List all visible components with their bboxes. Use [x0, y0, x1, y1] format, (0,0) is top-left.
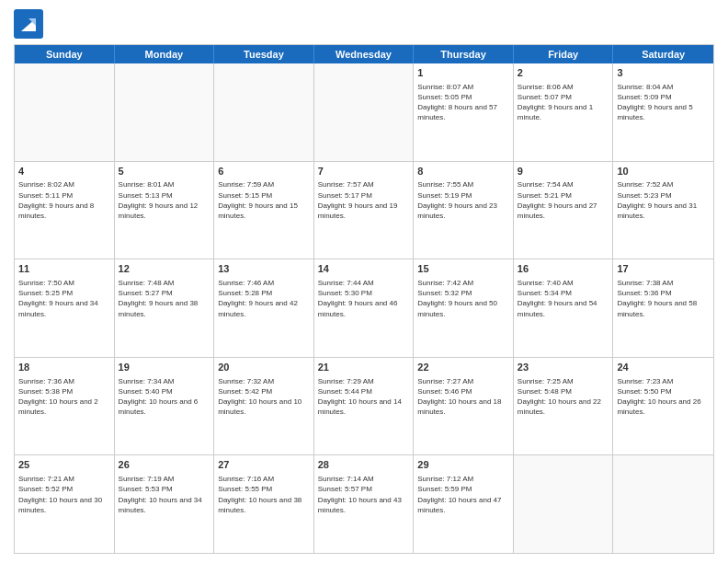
calendar: SundayMondayTuesdayWednesdayThursdayFrid… — [14, 44, 714, 554]
cell-info: Sunrise: 7:59 AM Sunset: 5:15 PM Dayligh… — [218, 179, 310, 221]
calendar-cell: 25Sunrise: 7:21 AM Sunset: 5:52 PM Dayli… — [15, 455, 115, 553]
calendar-body: 1Sunrise: 8:07 AM Sunset: 5:05 PM Daylig… — [15, 63, 713, 553]
calendar-cell: 15Sunrise: 7:42 AM Sunset: 5:32 PM Dayli… — [414, 259, 514, 357]
calendar-week-5: 25Sunrise: 7:21 AM Sunset: 5:52 PM Dayli… — [15, 455, 713, 553]
cell-day-number: 20 — [218, 361, 310, 374]
calendar-cell: 20Sunrise: 7:32 AM Sunset: 5:42 PM Dayli… — [214, 358, 314, 455]
calendar-cell: 27Sunrise: 7:16 AM Sunset: 5:55 PM Dayli… — [214, 455, 314, 553]
cell-info: Sunrise: 7:40 AM Sunset: 5:34 PM Dayligh… — [518, 278, 609, 319]
cell-day-number: 3 — [617, 66, 710, 80]
calendar-week-3: 11Sunrise: 7:50 AM Sunset: 5:25 PM Dayli… — [15, 259, 713, 358]
cell-day-number: 2 — [518, 66, 609, 80]
cell-day-number: 26 — [119, 458, 210, 472]
calendar-cell: 23Sunrise: 7:25 AM Sunset: 5:48 PM Dayli… — [514, 358, 614, 455]
calendar-cell: 21Sunrise: 7:29 AM Sunset: 5:44 PM Dayli… — [314, 358, 415, 455]
cell-info: Sunrise: 7:50 AM Sunset: 5:25 PM Dayligh… — [18, 278, 110, 319]
calendar-cell: 4Sunrise: 8:02 AM Sunset: 5:11 PM Daylig… — [15, 162, 115, 259]
weekday-header: Thursday — [414, 45, 514, 63]
logo — [14, 9, 45, 39]
calendar-week-2: 4Sunrise: 8:02 AM Sunset: 5:11 PM Daylig… — [15, 162, 713, 260]
calendar-cell: 7Sunrise: 7:57 AM Sunset: 5:17 PM Daylig… — [314, 162, 415, 259]
cell-day-number: 16 — [518, 262, 609, 276]
weekday-header: Friday — [514, 45, 614, 63]
logo-text — [14, 9, 45, 39]
cell-day-number: 11 — [18, 262, 110, 276]
cell-day-number: 9 — [518, 165, 609, 178]
cell-day-number: 8 — [417, 165, 509, 178]
calendar-cell: 11Sunrise: 7:50 AM Sunset: 5:25 PM Dayli… — [15, 259, 115, 357]
cell-day-number: 6 — [218, 165, 310, 178]
header — [14, 9, 714, 39]
cell-day-number: 5 — [119, 165, 210, 178]
cell-day-number: 14 — [318, 262, 410, 276]
calendar-cell: 24Sunrise: 7:23 AM Sunset: 5:50 PM Dayli… — [613, 358, 713, 455]
cell-info: Sunrise: 7:25 AM Sunset: 5:48 PM Dayligh… — [518, 376, 609, 418]
logo-icon — [14, 9, 43, 39]
cell-info: Sunrise: 8:04 AM Sunset: 5:09 PM Dayligh… — [617, 82, 710, 123]
cell-day-number: 17 — [617, 262, 710, 276]
cell-info: Sunrise: 8:01 AM Sunset: 5:13 PM Dayligh… — [119, 179, 210, 221]
calendar-cell: 28Sunrise: 7:14 AM Sunset: 5:57 PM Dayli… — [314, 455, 415, 553]
calendar-cell — [314, 63, 415, 161]
cell-info: Sunrise: 7:14 AM Sunset: 5:57 PM Dayligh… — [318, 474, 410, 515]
cell-day-number: 21 — [318, 361, 410, 374]
cell-info: Sunrise: 7:16 AM Sunset: 5:55 PM Dayligh… — [218, 474, 310, 515]
cell-day-number: 12 — [119, 262, 210, 276]
cell-day-number: 28 — [318, 458, 410, 472]
cell-info: Sunrise: 7:57 AM Sunset: 5:17 PM Dayligh… — [318, 179, 410, 221]
cell-info: Sunrise: 8:02 AM Sunset: 5:11 PM Dayligh… — [18, 179, 110, 221]
cell-info: Sunrise: 8:06 AM Sunset: 5:07 PM Dayligh… — [518, 82, 609, 123]
cell-info: Sunrise: 7:23 AM Sunset: 5:50 PM Dayligh… — [617, 376, 710, 418]
calendar-cell: 8Sunrise: 7:55 AM Sunset: 5:19 PM Daylig… — [414, 162, 514, 259]
calendar-cell — [115, 63, 215, 161]
calendar-cell: 2Sunrise: 8:06 AM Sunset: 5:07 PM Daylig… — [514, 63, 614, 161]
cell-info: Sunrise: 7:52 AM Sunset: 5:23 PM Dayligh… — [617, 179, 710, 221]
cell-info: Sunrise: 7:29 AM Sunset: 5:44 PM Dayligh… — [318, 376, 410, 418]
calendar-cell: 26Sunrise: 7:19 AM Sunset: 5:53 PM Dayli… — [115, 455, 215, 553]
cell-info: Sunrise: 7:38 AM Sunset: 5:36 PM Dayligh… — [617, 278, 710, 319]
cell-day-number: 24 — [617, 361, 710, 374]
weekday-header: Tuesday — [214, 45, 314, 63]
cell-info: Sunrise: 7:36 AM Sunset: 5:38 PM Dayligh… — [18, 376, 110, 418]
cell-info: Sunrise: 7:55 AM Sunset: 5:19 PM Dayligh… — [417, 179, 509, 221]
cell-info: Sunrise: 7:46 AM Sunset: 5:28 PM Dayligh… — [218, 278, 310, 319]
weekday-header: Monday — [115, 45, 215, 63]
calendar-cell: 14Sunrise: 7:44 AM Sunset: 5:30 PM Dayli… — [314, 259, 415, 357]
calendar-container: SundayMondayTuesdayWednesdayThursdayFrid… — [0, 0, 728, 563]
calendar-cell: 16Sunrise: 7:40 AM Sunset: 5:34 PM Dayli… — [514, 259, 614, 357]
cell-info: Sunrise: 7:12 AM Sunset: 5:59 PM Dayligh… — [417, 474, 509, 515]
weekday-header: Sunday — [15, 45, 115, 63]
cell-day-number: 7 — [318, 165, 410, 178]
cell-day-number: 15 — [417, 262, 509, 276]
calendar-cell: 12Sunrise: 7:48 AM Sunset: 5:27 PM Dayli… — [115, 259, 215, 357]
cell-info: Sunrise: 7:54 AM Sunset: 5:21 PM Dayligh… — [518, 179, 609, 221]
weekday-header: Saturday — [613, 45, 713, 63]
cell-info: Sunrise: 7:34 AM Sunset: 5:40 PM Dayligh… — [119, 376, 210, 418]
calendar-cell — [514, 455, 614, 553]
svg-rect-0 — [14, 9, 43, 39]
cell-info: Sunrise: 7:19 AM Sunset: 5:53 PM Dayligh… — [119, 474, 210, 515]
calendar-cell: 19Sunrise: 7:34 AM Sunset: 5:40 PM Dayli… — [115, 358, 215, 455]
cell-day-number: 29 — [417, 458, 509, 472]
calendar-cell: 18Sunrise: 7:36 AM Sunset: 5:38 PM Dayli… — [15, 358, 115, 455]
cell-info: Sunrise: 7:27 AM Sunset: 5:46 PM Dayligh… — [417, 376, 509, 418]
calendar-cell: 3Sunrise: 8:04 AM Sunset: 5:09 PM Daylig… — [613, 63, 713, 161]
cell-info: Sunrise: 8:07 AM Sunset: 5:05 PM Dayligh… — [417, 82, 509, 123]
calendar-cell — [15, 63, 115, 161]
cell-day-number: 13 — [218, 262, 310, 276]
calendar-cell: 6Sunrise: 7:59 AM Sunset: 5:15 PM Daylig… — [214, 162, 314, 259]
weekday-header: Wednesday — [314, 45, 415, 63]
calendar-cell — [613, 455, 713, 553]
cell-day-number: 22 — [417, 361, 509, 374]
cell-info: Sunrise: 7:32 AM Sunset: 5:42 PM Dayligh… — [218, 376, 310, 418]
cell-info: Sunrise: 7:42 AM Sunset: 5:32 PM Dayligh… — [417, 278, 509, 319]
calendar-cell: 9Sunrise: 7:54 AM Sunset: 5:21 PM Daylig… — [514, 162, 614, 259]
cell-day-number: 10 — [617, 165, 710, 178]
cell-day-number: 23 — [518, 361, 609, 374]
cell-day-number: 27 — [218, 458, 310, 472]
calendar-cell: 17Sunrise: 7:38 AM Sunset: 5:36 PM Dayli… — [613, 259, 713, 357]
cell-day-number: 25 — [18, 458, 110, 472]
calendar-cell: 10Sunrise: 7:52 AM Sunset: 5:23 PM Dayli… — [613, 162, 713, 259]
calendar-cell: 29Sunrise: 7:12 AM Sunset: 5:59 PM Dayli… — [414, 455, 514, 553]
cell-day-number: 19 — [119, 361, 210, 374]
